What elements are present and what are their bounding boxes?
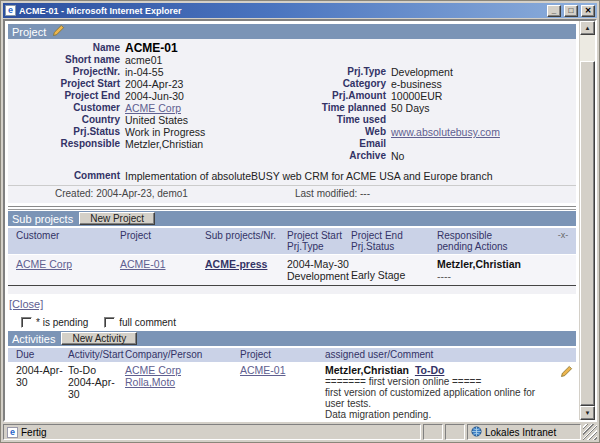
- is-pending-label: * is pending: [36, 317, 88, 328]
- scrollbar-thumb[interactable]: [580, 61, 595, 406]
- prj-type-value: Development: [391, 66, 576, 78]
- subproject-row: ACME Corp ACME-01 ACME-press 2004-May-30…: [8, 254, 576, 286]
- comment-value: Implementation of absoluteBUSY web CRM f…: [125, 170, 576, 182]
- col-subproject: Sub projects/Nr.: [205, 230, 287, 252]
- customer-link[interactable]: ACME Corp: [125, 102, 181, 114]
- new-activity-button[interactable]: New Activity: [61, 332, 137, 345]
- subproject-type: Development: [287, 270, 351, 282]
- page-status-icon: e: [7, 427, 18, 438]
- project-end-value: 2004-Jun-30: [125, 90, 300, 102]
- edit-pencil-icon[interactable]: [52, 24, 65, 39]
- page-content: Project NameACME-01 Short nameacme01 Pro…: [5, 21, 579, 420]
- archive-label: Archive: [300, 150, 386, 162]
- web-link[interactable]: www.absolutebusy.com: [391, 126, 500, 138]
- prj-amount-label: Prj.Amount: [300, 90, 386, 102]
- project-start-label: Project Start: [8, 78, 120, 90]
- full-comment-checkbox[interactable]: [104, 317, 115, 328]
- subproject-pending: ----: [437, 270, 550, 282]
- status-text: Fertig: [21, 427, 47, 438]
- subproject-status: Early Stage: [351, 269, 437, 281]
- subprojects-section-title: Sub projects: [12, 213, 73, 225]
- subprojects-footer: [8, 286, 576, 294]
- assigned-user: Metzler,Christian: [325, 364, 409, 376]
- country-value: United States: [125, 114, 300, 126]
- status-main-panel: e Fertig: [3, 424, 421, 440]
- globe-icon: [471, 426, 482, 439]
- name-value: ACME-01: [125, 42, 300, 54]
- time-used-label: Time used: [300, 114, 386, 126]
- close-link-top[interactable]: [Close]: [9, 298, 43, 310]
- browser-viewport: Project NameACME-01 Short nameacme01 Pro…: [3, 19, 597, 422]
- scroll-up-button[interactable]: ▲: [580, 21, 595, 35]
- status-segment: [423, 424, 443, 440]
- activity-company-link[interactable]: ACME Corp: [125, 364, 181, 376]
- country-label: Country: [8, 114, 120, 126]
- projectnr-value: in-04-55: [125, 66, 300, 78]
- maximize-button[interactable]: □: [564, 5, 578, 17]
- activities-section-title: Activities: [12, 333, 55, 345]
- col-delete: -x-: [550, 230, 576, 252]
- project-details: NameACME-01 Short nameacme01 ProjectNr.i…: [8, 39, 576, 203]
- activity-project-link[interactable]: ACME-01: [240, 364, 286, 376]
- project-end-label: Project End: [8, 90, 120, 102]
- category-value: e-business: [391, 78, 576, 90]
- col-activity-start: Activity/Start: [68, 349, 125, 361]
- activity-person-link[interactable]: Rolla,Moto: [125, 376, 175, 388]
- is-pending-checkbox[interactable]: [21, 317, 32, 328]
- col-customer: Customer: [16, 230, 120, 252]
- close-button[interactable]: ✕: [581, 5, 595, 17]
- subprojects-section-header: Sub projects New Project: [8, 211, 576, 226]
- todo-link[interactable]: To-Do: [415, 364, 445, 376]
- shortname-label: Short name: [8, 54, 120, 66]
- edit-activity-pencil-icon[interactable]: [556, 364, 576, 420]
- subproject-parent-link[interactable]: ACME-01: [120, 258, 166, 270]
- project-section-title: Project: [12, 26, 46, 38]
- scroll-down-button[interactable]: ▼: [580, 406, 595, 420]
- shortname-value: acme01: [125, 54, 300, 66]
- time-planned-value: 50 Days: [391, 102, 576, 114]
- section-divider: [8, 206, 576, 210]
- col-act-project: Project: [240, 349, 325, 361]
- activities-section-header: Activities New Activity: [8, 331, 576, 346]
- col-project: Project: [120, 230, 205, 252]
- new-project-button[interactable]: New Project: [79, 212, 155, 225]
- comment-label: Comment: [8, 170, 120, 182]
- time-planned-label: Time planned: [300, 102, 386, 114]
- responsible-value: Metzler,Christian: [125, 138, 300, 150]
- customer-label: Customer: [8, 102, 120, 114]
- subproject-customer-link[interactable]: ACME Corp: [16, 258, 72, 270]
- activity-due: 2004-Apr-30: [16, 364, 68, 420]
- col-start-type: Project StartPrj.Type: [287, 230, 351, 252]
- activities-table-header: Due Activity/Start Company/Person Projec…: [8, 348, 576, 362]
- prj-status-value: Work in Progress: [125, 126, 300, 138]
- activity-filters: * is pending full comment: [21, 317, 579, 328]
- subproject-name-link[interactable]: ACME-press: [205, 258, 267, 270]
- status-bar: e Fertig Lokales Intranet: [3, 422, 597, 440]
- col-company-person: Company/Person: [125, 349, 240, 361]
- minimize-button[interactable]: _: [547, 5, 561, 17]
- scrollbar-track[interactable]: [580, 35, 595, 406]
- created-text: Created: 2004-Apr-23, demo1: [55, 188, 295, 199]
- responsible-label: Responsible: [8, 138, 120, 150]
- last-modified-text: Last modified: ---: [295, 188, 370, 199]
- col-end-status: Project EndPrj.Status: [351, 230, 437, 252]
- activity-comment-line: Data migration pending.: [325, 409, 556, 420]
- activity-row: 2004-Apr-30 To-Do2004-Apr-30 ACME CorpRo…: [8, 362, 576, 420]
- security-zone-panel: Lokales Intranet: [467, 424, 581, 440]
- email-label: Email: [300, 138, 386, 150]
- resize-grip[interactable]: [583, 424, 597, 440]
- name-label: Name: [8, 42, 120, 54]
- subproject-start: 2004-May-30: [287, 258, 351, 270]
- vertical-scrollbar[interactable]: ▲ ▼: [579, 21, 595, 420]
- status-segment: [445, 424, 465, 440]
- browser-window: e ACME-01 - Microsoft Internet Explorer …: [0, 0, 600, 443]
- window-titlebar: e ACME-01 - Microsoft Internet Explorer …: [3, 3, 597, 18]
- activity-comment-line: ======= first version online =====: [325, 376, 556, 387]
- web-label: Web: [300, 126, 386, 138]
- time-used-value: [391, 114, 576, 126]
- prj-status-label: Prj.Status: [8, 126, 120, 138]
- internet-explorer-icon: e: [5, 5, 16, 16]
- subproject-end: [351, 258, 437, 269]
- col-due: Due: [16, 349, 68, 361]
- window-title: ACME-01 - Microsoft Internet Explorer: [19, 6, 544, 16]
